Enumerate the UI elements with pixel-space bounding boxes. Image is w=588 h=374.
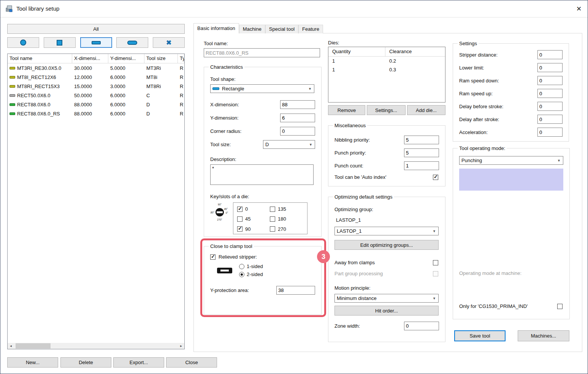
delete-tool-filter-button[interactable]: ✖ bbox=[153, 37, 185, 48]
chevron-down-icon: ▼ bbox=[555, 159, 563, 163]
tool-shape-label: Tool shape: bbox=[210, 76, 315, 82]
rectangle-icon bbox=[212, 87, 219, 90]
delete-button[interactable]: Delete bbox=[60, 357, 111, 368]
tool-size-label: Tool size: bbox=[210, 142, 231, 147]
table-row[interactable]: RECT88.0X6.0 88.0000 6.0000 D R bbox=[8, 100, 184, 109]
circle-tool-filter-button[interactable] bbox=[7, 37, 39, 48]
punch-priority-input[interactable] bbox=[404, 148, 439, 157]
angle-45-checkbox[interactable] bbox=[237, 216, 242, 222]
angle-90-checkbox[interactable] bbox=[237, 226, 242, 232]
type-cell: R bbox=[178, 84, 184, 89]
x-dimension-input[interactable] bbox=[280, 100, 315, 109]
column-header-tool-name[interactable]: Tool name bbox=[8, 54, 72, 63]
tool-shape-select[interactable]: Rectangle▼ bbox=[210, 84, 314, 93]
machines-button[interactable]: Machines... bbox=[518, 330, 569, 341]
die-row[interactable]: 1 0.3 bbox=[328, 65, 445, 74]
export-button[interactable]: Export... bbox=[113, 357, 164, 368]
square-tool-filter-button[interactable] bbox=[44, 37, 76, 48]
obround-tool-filter-button[interactable] bbox=[116, 37, 148, 48]
operating-mode-select[interactable]: Punching▼ bbox=[459, 156, 563, 165]
ram-speed-down-label: Ram speed down: bbox=[459, 78, 499, 84]
filter-all-button[interactable]: All bbox=[7, 24, 185, 34]
angle-0-checkbox[interactable] bbox=[237, 207, 242, 212]
type-cell: R bbox=[178, 102, 184, 107]
chevron-down-icon: ▼ bbox=[430, 229, 438, 233]
stripper-distance-input[interactable] bbox=[537, 50, 563, 59]
die-settings-button[interactable]: Settings... bbox=[367, 105, 406, 115]
angle-180-checkbox[interactable] bbox=[270, 216, 275, 222]
one-sided-radio[interactable] bbox=[239, 264, 244, 269]
column-header-type[interactable]: Ty bbox=[178, 54, 184, 63]
delay-after-stroke-input[interactable] bbox=[537, 115, 563, 124]
hit-order-button[interactable]: Hit order... bbox=[334, 306, 439, 316]
scrollbar-thumb[interactable] bbox=[16, 343, 51, 349]
y-dimension-input[interactable] bbox=[280, 114, 315, 122]
punch-count-input[interactable] bbox=[404, 161, 439, 170]
svg-text:45°: 45° bbox=[224, 208, 228, 210]
tab-special-tool[interactable]: Special tool bbox=[265, 25, 298, 33]
key-slots-label: Key/slots of a die: bbox=[210, 194, 315, 199]
column-header-tool-size[interactable]: Tool size bbox=[144, 54, 178, 63]
close-to-clamp-legend: Close to clamp tool bbox=[209, 243, 254, 249]
scroll-left-icon[interactable]: ◄ bbox=[8, 343, 14, 349]
svg-text:180°: 180° bbox=[210, 211, 214, 214]
zone-width-input[interactable] bbox=[404, 322, 439, 330]
remove-die-button[interactable]: Remove bbox=[328, 105, 365, 115]
chevron-down-icon: ▼ bbox=[307, 143, 315, 147]
relieved-stripper-icon bbox=[217, 268, 232, 273]
lower-limit-input[interactable] bbox=[537, 63, 563, 72]
acceleration-input[interactable] bbox=[537, 128, 563, 137]
motion-principle-select[interactable]: Minimum distance▼ bbox=[334, 294, 439, 303]
chevron-down-icon: ▼ bbox=[430, 297, 438, 300]
nibbling-priority-input[interactable] bbox=[404, 136, 439, 144]
table-row[interactable]: MT3RI_RE30.0X5.0 30.0000 5.0000 MT3Ri R bbox=[8, 63, 184, 73]
scroll-right-icon[interactable]: ► bbox=[178, 343, 184, 349]
angle-135-checkbox[interactable] bbox=[270, 207, 275, 212]
table-row[interactable]: MT8I_RECT12X6 12.0000 6.0000 MT8i R bbox=[8, 73, 184, 82]
ram-speed-up-input[interactable] bbox=[537, 89, 563, 98]
new-button[interactable]: New... bbox=[7, 357, 58, 368]
ram-speed-down-input[interactable] bbox=[537, 76, 563, 85]
edit-optimizing-groups-button[interactable]: Edit optimizing groups... bbox=[334, 240, 439, 250]
die-row[interactable]: 1 0.2 bbox=[328, 57, 445, 65]
add-die-button[interactable]: Add die... bbox=[407, 105, 445, 115]
tab-basic-information[interactable]: Basic information bbox=[193, 23, 239, 33]
table-row[interactable]: RECT50.0X6.0 50.0000 6.0000 C R bbox=[8, 91, 184, 100]
close-button[interactable]: Close bbox=[166, 357, 217, 368]
two-sided-radio[interactable] bbox=[239, 272, 244, 277]
tool-name-input[interactable] bbox=[204, 48, 320, 57]
delay-before-stroke-input[interactable] bbox=[537, 102, 563, 111]
part-group-processing-checkbox bbox=[433, 271, 438, 276]
lower-limit-label: Lower limit: bbox=[459, 65, 484, 71]
scrollbar-track[interactable] bbox=[14, 343, 178, 349]
relieved-stripper-checkbox[interactable] bbox=[210, 254, 216, 260]
tool-size-select[interactable]: D▼ bbox=[263, 140, 315, 149]
description-input[interactable]: * bbox=[210, 164, 314, 185]
tab-machine[interactable]: Machine bbox=[239, 25, 265, 33]
x-dimension-cell: 88.0000 bbox=[72, 102, 108, 107]
column-header-y-dimension[interactable]: Y-dimensi... bbox=[108, 54, 144, 63]
rectangle-tool-filter-button[interactable] bbox=[80, 37, 112, 48]
auto-index-checkbox[interactable] bbox=[433, 175, 438, 180]
table-row[interactable]: RECT88.0X6.0_RS 88.0000 6.0000 D R bbox=[8, 109, 184, 118]
delay-after-stroke-label: Delay after stroke: bbox=[459, 117, 499, 122]
close-icon[interactable]: ✕ bbox=[570, 0, 588, 17]
tab-feature[interactable]: Feature bbox=[298, 25, 323, 33]
horizontal-scrollbar[interactable]: ◄ ► bbox=[8, 343, 184, 349]
column-header-x-dimension[interactable]: X-dimensi... bbox=[72, 54, 108, 63]
optimizing-group-select[interactable]: LASTOP_1▼ bbox=[334, 227, 439, 235]
away-from-clamps-checkbox[interactable] bbox=[433, 260, 438, 265]
column-header-clearance[interactable]: Clearance bbox=[385, 47, 445, 56]
angle-270-checkbox[interactable] bbox=[270, 226, 275, 232]
dies-table-header: Quantity Clearance bbox=[328, 47, 445, 57]
tool-size-cell: C bbox=[144, 93, 178, 98]
table-row[interactable]: MT8RI_RECT15X3 15.0000 3.0000 MT8Ri R bbox=[8, 82, 184, 91]
column-header-quantity[interactable]: Quantity bbox=[328, 47, 385, 56]
tool-shape-icon bbox=[10, 103, 15, 106]
y-protection-input[interactable] bbox=[276, 286, 315, 295]
tool-name-label: Tool name: bbox=[204, 41, 228, 46]
save-tool-button[interactable]: Save tool bbox=[454, 330, 506, 341]
only-for-machine-checkbox[interactable] bbox=[557, 304, 563, 309]
corner-radius-input[interactable] bbox=[280, 127, 315, 136]
tool-size-cell: MT3Ri bbox=[144, 65, 178, 71]
